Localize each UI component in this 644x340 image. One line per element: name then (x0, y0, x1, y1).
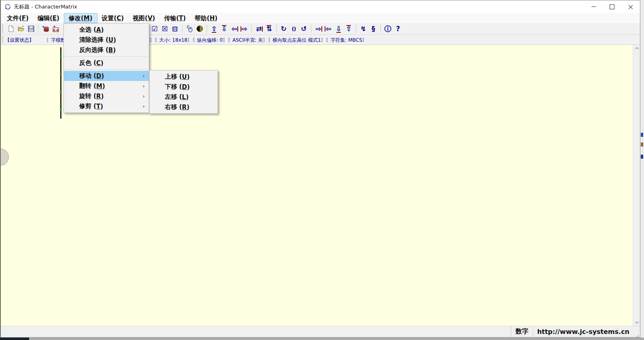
move-right-icon[interactable]: ⇨ (239, 24, 249, 34)
new-file-icon[interactable] (6, 24, 16, 34)
toolbar-separator (38, 25, 38, 33)
submenu-arrow-icon: › (143, 83, 145, 89)
select-all-icon[interactable]: ☑ (150, 24, 160, 34)
toolbar-grip[interactable] (2, 25, 3, 33)
toolbar-separator (207, 25, 207, 33)
submenu-item-2[interactable]: 左移 (L) (150, 92, 217, 102)
settings-segments: 〗〖大小: 18x18〗〖纵向偏移: 0〗〖ASCII半宽: 关〗〖横向取点左高… (150, 37, 367, 44)
statusbar-url-pane: http://www.jc-systems.cn (533, 326, 633, 337)
rotate-cw-icon[interactable]: ↻ (279, 24, 289, 34)
help-icon-glyph: ? (396, 26, 400, 32)
settings-status-label: 【设置状态】 (5, 37, 34, 44)
resize-grip-icon[interactable] (633, 326, 640, 337)
menu-item-4[interactable]: 移动 (D)› (64, 71, 149, 81)
toolbar-separator (182, 25, 182, 33)
menubar-item-5[interactable]: 传输(T) (160, 13, 190, 23)
menu-bar: 文件(F)编辑(E)修改(M)设置(C)视图(V)传输(T)帮助(H) (1, 13, 640, 23)
trim-right-icon-glyph: ⇨ (315, 26, 321, 32)
menubar-item-1[interactable]: 编辑(E) (33, 13, 64, 23)
background-speck (641, 155, 643, 159)
red-accent (222, 25, 226, 26)
transmit-icon-glyph: ↯ (360, 26, 366, 32)
rotate-ccw-icon-glyph: ↺ (301, 26, 306, 32)
trim-top-icon[interactable]: ⇧ (344, 24, 354, 34)
side-panel-handle[interactable] (1, 149, 9, 166)
menu-separator (65, 69, 148, 70)
clear-selection-icon[interactable]: ☒ (160, 24, 170, 34)
minimize-icon[interactable] (584, 1, 603, 13)
menubar-item-0[interactable]: 文件(F) (2, 13, 33, 23)
red-accent (267, 25, 271, 26)
scroll-up-icon[interactable] (633, 45, 640, 52)
flip-horizontal-icon[interactable]: ⇄ (254, 24, 264, 34)
vertical-scrollbar[interactable] (633, 45, 640, 326)
menu-item-7[interactable]: 修剪 (T)› (64, 101, 149, 111)
menubar-item-4[interactable]: 视图(V) (128, 13, 159, 23)
menubar-item-2[interactable]: 修改(M) (64, 13, 97, 23)
new-charset-icon[interactable] (40, 24, 51, 34)
about-icon[interactable]: ⓘ (383, 24, 393, 34)
submenu-item-1[interactable]: 下移 (D) (150, 82, 217, 92)
modify-menu-popup: 全选 (A)清除选择 (U)反向选择 (B)反色 (C)移动 (D)›翻转 (M… (63, 23, 149, 113)
trim-right-icon[interactable]: ⇨ (313, 24, 323, 34)
red-accent (212, 32, 216, 33)
status-bar: 数字 http://www.jc-systems.cn (1, 326, 640, 337)
rotate-ccw-icon[interactable]: ↺ (299, 24, 309, 34)
rotate-180-icon[interactable]: () (289, 24, 299, 34)
submenu-item-0[interactable]: 上移 (U) (150, 72, 217, 82)
scroll-down-icon[interactable] (633, 319, 640, 326)
move-left-icon[interactable]: ⇦ (229, 24, 239, 34)
rotate-180-icon-glyph: () (292, 26, 296, 32)
red-accent (321, 26, 322, 32)
menu-item-6[interactable]: 旋转 (R)› (64, 91, 149, 101)
trim-left-icon[interactable]: ⇦ (323, 24, 334, 34)
close-icon[interactable] (621, 1, 640, 13)
clear-selection-icon-glyph: ☒ (162, 26, 168, 32)
trim-bottom-icon[interactable]: ⇩ (334, 24, 344, 34)
menu-item-5[interactable]: 翻转 (M)› (64, 81, 149, 91)
move-up-icon-glyph: ⇧ (211, 26, 217, 32)
move-left-icon-glyph: ⇦ (231, 26, 237, 32)
toolbar-separator (311, 25, 311, 33)
taskbar-strip (0, 338, 644, 340)
save-file-icon[interactable] (26, 24, 36, 34)
menubar-item-6[interactable]: 帮助(H) (190, 13, 222, 23)
infobar-grip[interactable] (2, 36, 3, 43)
submenu-item-3[interactable]: 右移 (R) (150, 102, 217, 112)
red-accent (241, 26, 241, 32)
menubar-item-3[interactable]: 设置(C) (97, 13, 129, 23)
background-speck (641, 133, 643, 137)
open-file-icon[interactable] (16, 24, 26, 34)
menu-item-3[interactable]: 反色 (C) (64, 58, 149, 68)
flip-vertical-icon[interactable]: ⇅ (264, 24, 274, 34)
invert-selection-icon-glyph: ⊟ (172, 26, 177, 32)
glyph-grid-edge (60, 47, 61, 119)
flip-horizontal-icon-glyph: ⇄ (256, 26, 262, 32)
mouse-pick-icon[interactable] (184, 24, 194, 34)
add-char-icon[interactable]: a.a (51, 24, 61, 34)
serial-icon-glyph: § (372, 26, 375, 32)
submenu-arrow-icon: › (143, 103, 145, 109)
move-down-icon-glyph: ⇩ (221, 26, 227, 32)
help-icon[interactable]: ? (393, 24, 403, 34)
window-title: 无标题 - CharacterMatrix (14, 3, 77, 11)
menu-item-2[interactable]: 反向选择 (B) (64, 45, 149, 55)
toolbar-left-cluster: a.a+ (6, 24, 71, 34)
move-right-icon-glyph: ⇨ (241, 26, 247, 32)
svg-text:a.a: a.a (53, 28, 59, 32)
menu-item-1[interactable]: 清除选择 (U) (64, 35, 149, 45)
transmit-icon[interactable]: ↯ (358, 24, 368, 34)
red-accent (237, 26, 238, 32)
move-down-icon[interactable]: ⇩ (219, 24, 229, 34)
invert-color-icon[interactable] (194, 24, 205, 34)
trim-bottom-icon-glyph: ⇩ (336, 26, 341, 32)
menu-separator (65, 56, 148, 57)
red-accent (262, 26, 263, 32)
serial-icon[interactable]: § (368, 24, 378, 34)
menu-item-0[interactable]: 全选 (A) (64, 25, 149, 35)
red-accent (346, 25, 351, 26)
toolbar-separator (276, 25, 277, 33)
maximize-icon[interactable] (603, 1, 621, 13)
invert-selection-icon[interactable]: ⊟ (170, 24, 180, 34)
move-up-icon[interactable]: ⇧ (209, 24, 219, 34)
